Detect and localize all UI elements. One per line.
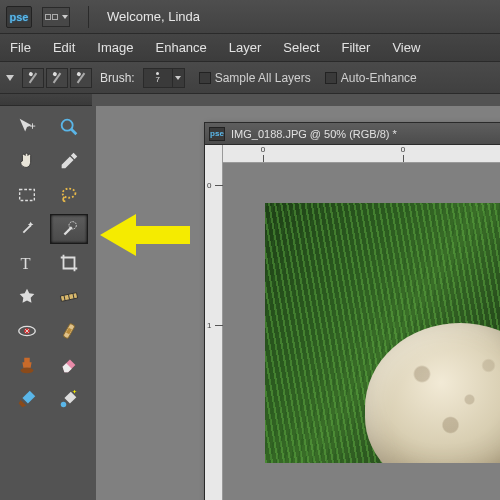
svg-rect-2 xyxy=(20,190,35,201)
document-title: IMG_0188.JPG @ 50% (RGB/8) * xyxy=(231,128,397,140)
new-selection-icon[interactable] xyxy=(22,68,44,88)
menu-view[interactable]: View xyxy=(392,40,420,55)
sample-all-label: Sample All Layers xyxy=(215,71,311,85)
toolbox: T xyxy=(6,110,90,416)
ruler-label: 0 xyxy=(401,145,405,154)
brush-label: Brush: xyxy=(100,71,135,85)
svg-point-6 xyxy=(69,222,76,229)
options-menu-dropdown[interactable] xyxy=(6,75,14,81)
menu-filter[interactable]: Filter xyxy=(342,40,371,55)
document-titlebar[interactable]: pse IMG_0188.JPG @ 50% (RGB/8) * xyxy=(205,123,500,145)
brush-preview[interactable]: 7 xyxy=(143,68,173,88)
cookie-cutter-tool[interactable] xyxy=(8,282,46,312)
horizontal-ruler: 0 0 xyxy=(223,145,500,163)
lasso-tool[interactable] xyxy=(50,180,88,210)
panel-divider xyxy=(0,94,92,106)
svg-line-5 xyxy=(64,227,71,234)
ruler-label: 0 xyxy=(261,145,265,154)
checkbox-box xyxy=(199,72,211,84)
subtract-selection-icon[interactable] xyxy=(70,68,92,88)
move-tool[interactable] xyxy=(8,112,46,142)
app-logo: pse xyxy=(6,6,32,28)
menu-enhance[interactable]: Enhance xyxy=(156,40,207,55)
type-tool[interactable]: T xyxy=(8,248,46,278)
svg-line-1 xyxy=(71,129,77,135)
menu-select[interactable]: Select xyxy=(283,40,319,55)
svg-point-19 xyxy=(61,402,67,408)
svg-point-18 xyxy=(21,368,34,374)
checkbox-box xyxy=(325,72,337,84)
svg-line-4 xyxy=(23,225,30,232)
healing-brush-tool[interactable] xyxy=(50,316,88,346)
menu-image[interactable]: Image xyxy=(97,40,133,55)
menu-bar: File Edit Image Enhance Layer Select Fil… xyxy=(0,34,500,62)
separator xyxy=(88,6,89,28)
add-selection-icon[interactable] xyxy=(46,68,68,88)
marquee-tool[interactable] xyxy=(8,180,46,210)
menu-layer[interactable]: Layer xyxy=(229,40,262,55)
brush-size-value: 7 xyxy=(155,76,159,84)
paint-brush-tool[interactable] xyxy=(8,384,46,414)
svg-point-3 xyxy=(63,189,76,198)
svg-text:T: T xyxy=(21,254,31,273)
auto-enhance-label: Auto-Enhance xyxy=(341,71,417,85)
vertical-ruler: 0 1 xyxy=(205,145,223,500)
document-icon: pse xyxy=(209,127,225,141)
quick-selection-tool[interactable] xyxy=(50,214,88,244)
brush-dropdown[interactable] xyxy=(173,68,185,88)
title-bar: pse Welcome, Linda xyxy=(0,0,500,34)
auto-enhance-checkbox[interactable]: Auto-Enhance xyxy=(325,71,417,85)
menu-edit[interactable]: Edit xyxy=(53,40,75,55)
red-eye-tool[interactable] xyxy=(8,316,46,346)
document-canvas[interactable] xyxy=(223,163,500,500)
eraser-tool[interactable] xyxy=(50,350,88,380)
welcome-text: Welcome, Linda xyxy=(107,9,200,24)
magic-wand-tool[interactable] xyxy=(8,214,46,244)
document-window[interactable]: pse IMG_0188.JPG @ 50% (RGB/8) * 0 0 0 1 xyxy=(204,122,500,500)
ruler-label: 0 xyxy=(207,181,211,190)
clone-stamp-tool[interactable] xyxy=(8,350,46,380)
sample-all-layers-checkbox[interactable]: Sample All Layers xyxy=(199,71,311,85)
straighten-tool[interactable] xyxy=(50,282,88,312)
workspace-area: pse IMG_0188.JPG @ 50% (RGB/8) * 0 0 0 1 xyxy=(96,106,500,500)
workspace-layout-button[interactable] xyxy=(42,7,70,27)
options-bar: Brush: 7 Sample All Layers Auto-Enhance xyxy=(0,62,500,94)
image-content xyxy=(265,203,500,463)
menu-file[interactable]: File xyxy=(10,40,31,55)
eyedropper-tool[interactable] xyxy=(50,146,88,176)
ruler-label: 1 xyxy=(207,321,211,330)
crop-tool[interactable] xyxy=(50,248,88,278)
zoom-tool[interactable] xyxy=(50,112,88,142)
hand-tool[interactable] xyxy=(8,146,46,176)
smart-brush-tool[interactable] xyxy=(50,384,88,414)
